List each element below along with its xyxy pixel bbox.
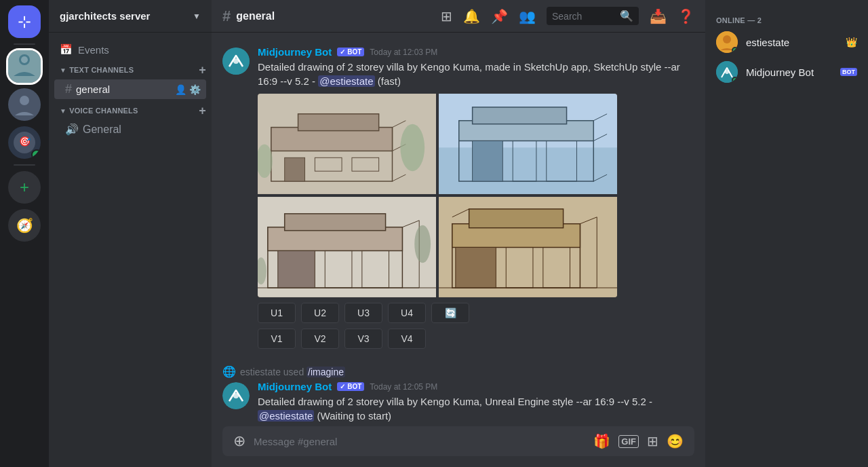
events-item[interactable]: 📅 Events (49, 38, 212, 61)
svg-rect-10 (298, 114, 379, 131)
search-icon: 🔍 (620, 10, 633, 22)
voice-channels-label: VOICE CHANNELS (69, 107, 138, 115)
server-gjarchitects[interactable] (8, 50, 41, 83)
hashtag-threads-icon[interactable]: ⊞ (441, 8, 452, 24)
members-sidebar: ONLINE — 2 estiestate 👑 (705, 0, 868, 467)
refresh-button[interactable]: 🔄 (431, 303, 469, 323)
used-command-message: 🌐 estiestate used /imagine (212, 362, 705, 378)
chat-input-field[interactable] (254, 429, 585, 454)
chat-input-area: ⊕ 🎁 GIF ⊞ 😊 (212, 426, 705, 467)
add-channel-button[interactable]: + (199, 64, 206, 76)
variation-2-button[interactable]: V2 (301, 329, 339, 349)
svg-point-52 (723, 35, 731, 43)
message-header-1: Midjourney Bot ✓ BOT Today at 12:03 PM (258, 46, 694, 58)
svg-point-6 (233, 58, 239, 64)
plus-icon: + (20, 178, 29, 197)
messages-container: Midjourney Bot ✓ BOT Today at 12:03 PM D… (212, 33, 705, 426)
channel-header-name: general (236, 10, 275, 22)
channel-hash-header-icon: # (222, 7, 231, 25)
message-3: Midjourney Bot ✓ BOT Today at 12:05 PM D… (212, 378, 705, 426)
server-2[interactable] (8, 88, 41, 121)
server-3[interactable]: 🎯 (8, 126, 41, 159)
svg-point-2 (20, 96, 29, 105)
variation-3-button[interactable]: V3 (344, 329, 382, 349)
online-dot-estiestate (732, 47, 738, 53)
text-channels-section: ▼ TEXT CHANNELS + # general 👤 ⚙️ (49, 61, 212, 99)
action-buttons-row2: V1 V2 V3 V4 (258, 329, 694, 349)
server-header[interactable]: gjarchitects server ▼ (49, 0, 212, 33)
image-cell-2[interactable] (439, 94, 617, 194)
author-name-1: Midjourney Bot (258, 46, 332, 58)
channel-action-icons: 👤 ⚙️ (175, 84, 201, 95)
upscale-1-button[interactable]: U1 (258, 303, 296, 323)
add-voice-channel-button[interactable]: + (199, 105, 206, 117)
used-command-text: estiestate used /imagine (240, 367, 345, 377)
text-channels-header[interactable]: ▼ TEXT CHANNELS + (49, 61, 212, 79)
channel-name-general: general (76, 83, 171, 95)
pin-icon[interactable]: 📌 (491, 8, 508, 24)
image-cell-4[interactable] (439, 197, 617, 297)
voice-channels-section: ▼ VOICE CHANNELS + 🔊 General (49, 102, 212, 138)
discover-servers-button[interactable]: 🧭 (8, 209, 41, 242)
avatar-midjourney-3 (222, 382, 250, 409)
inbox-icon[interactable]: 📥 (650, 8, 667, 24)
members-icon[interactable]: 👥 (519, 8, 536, 24)
channel-sidebar: gjarchitects server ▼ 📅 Events ▼ TEXT CH… (49, 0, 212, 467)
message-timestamp-1: Today at 12:03 PM (370, 48, 437, 57)
voice-channel-general[interactable]: 🔊 General (54, 120, 206, 138)
member-name-estiestate: estiestate (746, 37, 837, 48)
mention-estiestate-3[interactable]: @estiestate (258, 410, 314, 422)
add-attachment-icon[interactable]: ⊕ (233, 432, 245, 450)
message-1: Midjourney Bot ✓ BOT Today at 12:03 PM D… (212, 43, 705, 352)
image-inner-3 (258, 197, 436, 297)
svg-point-50 (233, 393, 239, 398)
member-item-estiestate[interactable]: estiestate 👑 (711, 27, 863, 57)
verified-check-icon-3: ✓ (340, 383, 345, 390)
avatar-midjourney-1 (222, 48, 250, 75)
channel-item-general[interactable]: # general 👤 ⚙️ (54, 79, 206, 99)
message-timestamp-3: Today at 12:05 PM (370, 382, 437, 392)
bot-badge-member: BOT (840, 68, 857, 76)
channel-list: 📅 Events ▼ TEXT CHANNELS + # general 👤 ⚙… (49, 33, 212, 467)
image-cell-1[interactable] (258, 94, 436, 194)
svg-rect-43 (469, 209, 564, 228)
member-item-midjourney-bot[interactable]: Midjourney Bot BOT (711, 57, 863, 87)
variation-1-button[interactable]: V1 (258, 329, 296, 349)
header-icons: ⊞ 🔔 📌 👥 Search 🔍 📥 ❓ (441, 7, 694, 25)
voice-channels-header[interactable]: ▼ VOICE CHANNELS + (49, 102, 212, 119)
gif-icon[interactable]: GIF (618, 435, 639, 448)
message-text-3: Detailed drawing of 2 storey villa by Ke… (258, 395, 694, 423)
svg-point-54 (725, 70, 729, 74)
member-avatar-midjourney (716, 61, 738, 83)
chat-area: # general ⊞ 🔔 📌 👥 Search 🔍 📥 ❓ (212, 0, 705, 467)
svg-rect-24 (473, 141, 503, 182)
slash-command: /imagine (307, 367, 345, 377)
verified-check-icon: ✓ (340, 48, 345, 56)
notification-bell-icon[interactable]: 🔔 (463, 8, 480, 24)
discord-home-button[interactable]: ⊹ (8, 5, 41, 38)
variation-4-button[interactable]: V4 (388, 329, 426, 349)
avatar-icon-1 (222, 48, 250, 75)
apps-icon[interactable]: ⊞ (647, 433, 658, 449)
emoji-icon[interactable]: 😊 (667, 433, 684, 449)
building-sketch-4 (439, 197, 617, 297)
upscale-4-button[interactable]: U4 (388, 303, 426, 323)
member-avatar-estiestate (716, 31, 738, 53)
server-avatar-gjarchitects (8, 50, 41, 83)
mention-estiestate-1[interactable]: @estiestate (318, 75, 374, 87)
estiestate-used-label: estiestate used (240, 367, 307, 377)
add-member-icon[interactable]: 👤 (175, 84, 186, 95)
search-box[interactable]: Search 🔍 (547, 7, 639, 25)
settings-icon[interactable]: ⚙️ (189, 84, 201, 95)
add-server-button[interactable]: + (8, 171, 41, 204)
gift-icon[interactable]: 🎁 (593, 433, 610, 449)
svg-point-37 (414, 225, 431, 263)
upscale-3-button[interactable]: U3 (344, 303, 382, 323)
server-separator-2 (14, 164, 35, 166)
image-cell-3[interactable] (258, 197, 436, 297)
server-name: gjarchitects server (60, 10, 150, 22)
help-icon[interactable]: ❓ (677, 8, 694, 24)
message-divider (212, 352, 705, 362)
voice-section-left: ▼ VOICE CHANNELS (60, 107, 138, 115)
upscale-2-button[interactable]: U2 (301, 303, 339, 323)
